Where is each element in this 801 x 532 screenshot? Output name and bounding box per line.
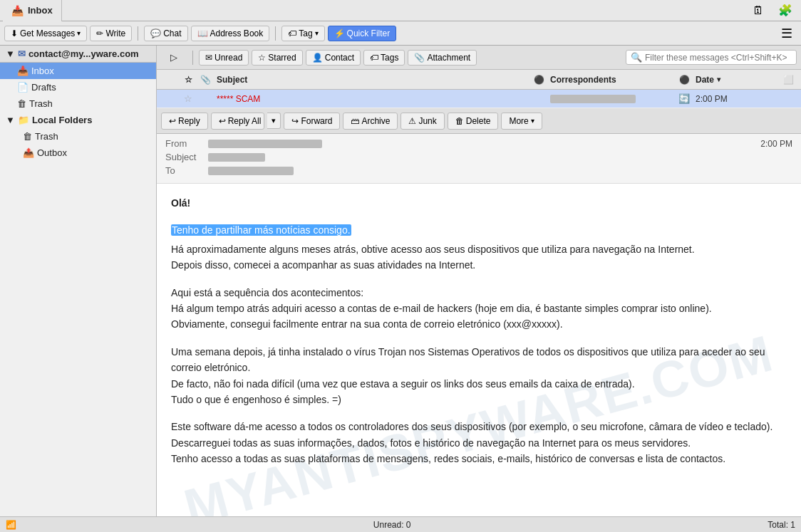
addon-icon-btn[interactable]: 🧩 — [772, 1, 798, 19]
body-para-5: Obviamente, consegui facilmente entrar n… — [171, 316, 787, 332]
top-menubar: 📥 Inbox 🗓 🧩 — [0, 0, 801, 21]
sidebar-item-drafts[interactable]: 📄 Drafts — [0, 79, 156, 95]
write-icon: ✏ — [96, 28, 103, 38]
connection-icon: 📶 — [6, 520, 16, 530]
unread-icon: ✉ — [205, 53, 212, 63]
sidebar-trash-label: Trash — [29, 98, 53, 109]
local-trash-icon: 🗑 — [23, 131, 32, 142]
app-tab-inbox[interactable]: 📥 Inbox — [3, 0, 62, 21]
archive-button[interactable]: 🗃 Archive — [343, 113, 398, 130]
msg-date-col: 2:00 PM — [693, 94, 778, 104]
filter-sep — [192, 51, 193, 65]
local-outbox-icon: 📤 — [23, 147, 34, 158]
message-filter-input-wrapper[interactable]: 🔍 — [626, 50, 797, 65]
tags-icon: 🏷 — [370, 53, 378, 63]
sidebar: ▼ ✉ contact@my...yware.com 📥 Inbox 📄 Dra… — [0, 46, 157, 516]
to-label: To — [165, 165, 208, 176]
sidebar-account-label: contact@my...yware.com — [29, 48, 139, 59]
quick-filter-label: Quick Filter — [347, 28, 391, 38]
attachment-filter-button[interactable]: 📎 Attachment — [408, 50, 477, 66]
date-sort-icon: ▾ — [717, 75, 720, 83]
quick-filter-button[interactable]: ⚡ Quick Filter — [328, 26, 397, 41]
sidebar-account[interactable]: ▼ ✉ contact@my...yware.com — [0, 46, 156, 63]
more-label: More — [509, 116, 528, 126]
forward-label: Forward — [301, 116, 332, 126]
more-button[interactable]: More ▾ — [501, 113, 542, 130]
account-expand-icon: ▼ — [6, 48, 15, 59]
address-book-button[interactable]: 📖 Address Book — [191, 26, 270, 41]
col-header-date[interactable]: Date ▾ — [693, 75, 778, 85]
sidebar-drafts-label: Drafts — [31, 82, 56, 93]
main-toolbar: ⬇ Get Messages ▾ ✏ Write 💬 Chat 📖 Addres… — [0, 21, 801, 46]
reply-icon: ↩ — [169, 116, 176, 126]
sidebar-local-trash[interactable]: 🗑 Trash — [0, 128, 156, 145]
body-para-9: Este software dá-me acesso a todos os co… — [171, 419, 787, 434]
body-para-10: Descarreguei todas as suas informações, … — [171, 435, 787, 451]
col-header-read: ⚫ — [530, 75, 547, 85]
body-highlighted: Tenho de partilhar más notícias consigo. — [171, 222, 787, 238]
delete-button[interactable]: 🗑 Delete — [448, 113, 499, 130]
starred-filter-button[interactable]: ☆ Starred — [252, 50, 302, 66]
attachment-icon: 📎 — [414, 53, 425, 63]
delete-icon: 🗑 — [455, 116, 464, 126]
local-folder-icon: 📁 — [18, 115, 29, 125]
header-to-row: To — [165, 165, 792, 176]
from-label: From — [165, 138, 208, 149]
write-button[interactable]: ✏ Write — [90, 26, 132, 41]
tag-button[interactable]: 🏷 Tag ▾ — [281, 26, 324, 41]
chat-button[interactable]: 💬 Chat — [144, 26, 187, 41]
search-icon: 🔍 — [631, 52, 642, 63]
message-list-header: ☆ 📎 Subject ⚫ Correspondents ⚫ Date ▾ ⬜ — [157, 70, 801, 90]
sidebar-inbox-label: Inbox — [31, 66, 54, 76]
hamburger-menu-button[interactable]: ☰ — [777, 24, 797, 43]
sidebar-local-outbox[interactable]: 📤 Outbox — [0, 145, 156, 161]
col-header-correspondents[interactable]: Correspondents — [547, 75, 676, 85]
calendar-icon-btn[interactable]: 🗓 — [747, 2, 770, 19]
col-header-subject[interactable]: Subject — [214, 75, 530, 85]
subject-value-bar — [208, 153, 265, 162]
junk-button[interactable]: ⚠ Junk — [400, 113, 444, 130]
reply-button[interactable]: ↩ Reply — [161, 113, 208, 130]
filter-icon: ⚡ — [334, 28, 345, 38]
toolbar-separator-2 — [275, 26, 276, 41]
get-messages-label: Get Messages — [20, 28, 75, 38]
tag-label: Tag — [299, 28, 312, 38]
body-para-11: Tenho acesso a todas as suas plataformas… — [171, 451, 787, 466]
col-header-star[interactable]: ☆ — [180, 75, 197, 85]
contact-filter-button[interactable]: 👤 Contact — [306, 50, 361, 66]
sidebar-local-trash-label: Trash — [35, 131, 58, 142]
unread-filter-button[interactable]: ✉ Unread — [199, 50, 249, 66]
sidebar-local-folders-group[interactable]: ▼ 📁 Local Folders — [0, 112, 156, 128]
table-row[interactable]: ☆ ***** SCAM 🔄 2:00 PM — [157, 90, 801, 108]
inbox-icon: 📥 — [17, 66, 29, 76]
body-para-3: Aqui está a sequência dos acontecimentos… — [171, 285, 787, 301]
right-panel: ▷ ✉ Unread ☆ Starred 👤 Contact 🏷 Tags 📎 … — [157, 46, 801, 516]
status-total: Total: 1 — [768, 520, 795, 530]
reply-label: Reply — [178, 116, 200, 126]
reply-all-button[interactable]: ↩ Reply All — [211, 113, 265, 130]
msg-star[interactable]: ☆ — [180, 93, 197, 104]
star-icon: ☆ — [258, 53, 266, 63]
col-header-extra: ⬜ — [778, 75, 798, 85]
tags-filter-button[interactable]: 🏷 Tags — [363, 50, 405, 66]
message-filter-input[interactable] — [645, 53, 787, 63]
get-messages-button[interactable]: ⬇ Get Messages ▾ — [4, 26, 87, 41]
msg-from-col — [547, 95, 676, 103]
to-value-bar — [208, 167, 294, 175]
msg-subject-text: ***** SCAM — [217, 94, 260, 104]
email-date: 2:00 PM — [760, 139, 792, 149]
starred-label: Starred — [268, 53, 296, 63]
body-para-2: Depois disso, comecei a acompanhar as su… — [171, 257, 787, 273]
sidebar-item-trash[interactable]: 🗑 Trash — [0, 95, 156, 112]
forward-button[interactable]: ↪ Forward — [284, 113, 340, 130]
archive-label: Archive — [361, 116, 390, 126]
body-para-1: Há aproximadamente alguns meses atrás, o… — [171, 241, 787, 257]
sidebar-item-inbox[interactable]: 📥 Inbox — [0, 63, 156, 79]
reply-all-dropdown[interactable]: ▾ — [267, 113, 281, 129]
body-para-6: Uma semana depois, já tinha instalado o … — [171, 344, 787, 376]
from-value-bar — [208, 140, 322, 148]
toolbar-separator-1 — [138, 26, 138, 41]
local-folders-label: Local Folders — [32, 115, 93, 125]
delete-label: Delete — [466, 116, 491, 126]
email-view: ↩ Reply ↩ Reply All ▾ ↪ Forward 🗃 Archiv… — [157, 108, 801, 516]
